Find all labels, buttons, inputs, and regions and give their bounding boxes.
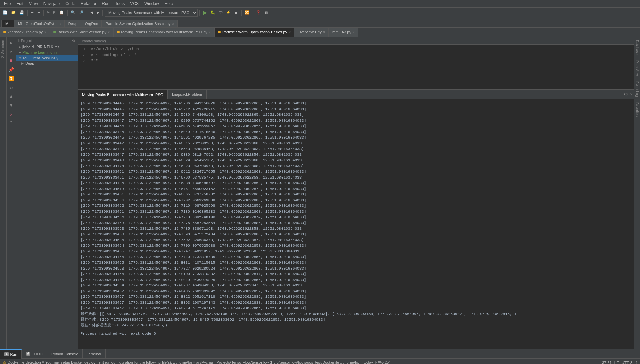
menu-tools[interactable]: Tools: [112, 1, 127, 7]
bottom-tab-terminal[interactable]: Terminal: [83, 349, 106, 359]
menu-refactor[interactable]: Refactor: [78, 1, 99, 7]
debug-button[interactable]: 🐛: [209, 10, 217, 16]
project-tree: 1: Project ⚙ ▶ jieba NLPIR NTLK tes ▶ Ma…: [16, 37, 78, 349]
stop-icon[interactable]: ■: [7, 57, 16, 65]
menu-view[interactable]: View: [26, 1, 41, 7]
statusbar-lf[interactable]: LF: [614, 361, 619, 364]
toolbar-forward[interactable]: ▶: [95, 10, 101, 16]
output-line-34: [269.71733993303457, 1779.3331224564997,…: [81, 289, 631, 294]
rerun-icon[interactable]: ↺: [7, 48, 16, 56]
tree-item-mlintro[interactable]: ▶ Machine Learning in: [16, 50, 78, 55]
toolbar-search2[interactable]: 🔎: [78, 10, 85, 16]
down-icon[interactable]: ▼: [7, 101, 16, 110]
code-line-2: #-*- coding:utf-8 -*-: [91, 52, 631, 59]
tree-label-jieba: jieba NLPIR NTLK tes: [22, 45, 60, 49]
toolbar-save[interactable]: 💾: [18, 10, 26, 16]
breadcrumb: updateParticle(): [81, 39, 108, 43]
toolbar-copy[interactable]: ⎘: [52, 10, 57, 16]
file-tab-moving-peaks-close[interactable]: ×: [209, 30, 211, 34]
menu-vcs[interactable]: VCS: [127, 1, 141, 7]
tree-item-deap[interactable]: ▶ Deap: [16, 61, 78, 66]
run-settings-btn[interactable]: ⚙: [623, 91, 629, 97]
menubar: File Edit View Navigate Code Refactor Ru…: [0, 0, 640, 8]
output-line-31: [269.71733993034456, 1779.3331224564997,…: [81, 271, 631, 277]
file-tab-basics-short-close[interactable]: ×: [108, 30, 110, 34]
run-tab-moving-peaks[interactable]: Moving Peaks Benchmark with Multiswarm P…: [78, 90, 168, 99]
menu-run[interactable]: Run: [99, 1, 112, 7]
toolbar-stop[interactable]: ⏹: [233, 10, 239, 16]
tree-item-jieba[interactable]: ▶ jieba NLPIR NTLK tes: [16, 44, 78, 50]
tab-deap[interactable]: Deap: [65, 20, 81, 27]
run-button[interactable]: ▶: [201, 9, 208, 17]
menu-edit[interactable]: Edit: [13, 1, 26, 7]
statusbar-line-col[interactable]: 37:61: [602, 361, 612, 364]
tab-orgdoc[interactable]: OrgDoc: [81, 20, 102, 27]
file-tab-knapsack-close[interactable]: ×: [44, 30, 46, 34]
output-line-5: [269.71733993034456, 1779.3331224564997,…: [81, 123, 631, 129]
tab-ml[interactable]: ML: [1, 20, 14, 27]
menu-file[interactable]: File: [1, 1, 13, 7]
run-close-btn[interactable]: ×: [629, 91, 634, 97]
run-icon[interactable]: ▶: [7, 39, 16, 47]
menu-navigate[interactable]: Navigate: [41, 1, 62, 7]
file-tab-particle-basics-label: Particle Swarm Optimization Basics.py: [222, 30, 287, 34]
file-tab-overview[interactable]: Overview.1.py ×: [294, 28, 329, 37]
up-icon[interactable]: ▲: [7, 92, 16, 101]
toolbar-undo[interactable]: ↩: [29, 10, 35, 16]
tab-greattoolsonpython[interactable]: ML_GreatToolsOnPython: [14, 20, 65, 27]
question-icon[interactable]: ?: [7, 119, 16, 128]
statusbar-left: ⚠ Dockerfile detection // You may setup …: [3, 360, 390, 364]
bottom-tab-python-console[interactable]: Python Console: [47, 349, 83, 359]
statusbar-indent: 4: [635, 361, 637, 364]
bottom-tab-todo[interactable]: 6 TODO: [22, 349, 47, 359]
file-tab-mmga3-close[interactable]: ×: [353, 30, 355, 34]
toolbar-extra[interactable]: 🖥: [263, 10, 269, 16]
bottom-tab-run[interactable]: 4 Run: [0, 349, 22, 359]
file-tab-particle-basics-close[interactable]: ×: [288, 30, 291, 34]
menu-window[interactable]: Window: [141, 1, 162, 7]
file-tab-mmga3[interactable]: mmGA3.py ×: [329, 28, 358, 37]
tab-deap-label: Deap: [68, 22, 77, 26]
toolbar-vcs[interactable]: 🔀: [243, 10, 251, 16]
file-tab-knapsack[interactable]: knapsackProblem.py ×: [0, 28, 50, 37]
right-tab-favorites[interactable]: Favorites: [634, 100, 640, 119]
statusbar-encoding[interactable]: UTF-8: [622, 361, 632, 364]
pin-icon[interactable]: 📌: [7, 65, 16, 74]
structure-tab-label[interactable]: 2: Structure: [0, 37, 6, 61]
toolbar-help[interactable]: ❓: [255, 10, 262, 16]
toolbar-sep2: [43, 10, 44, 16]
toolbar-redo[interactable]: ↪: [36, 10, 42, 16]
statusbar-warning-text[interactable]: Dockerfile detection // You may setup Do…: [8, 360, 390, 364]
output-line-13: [269.71733993303451, 1779.3331224564997,…: [81, 169, 631, 175]
run-config-dropdown[interactable]: Moving Peaks Benchmark with Multiswarm P…: [105, 9, 198, 17]
menu-code[interactable]: Code: [62, 1, 78, 7]
scroll-end-icon[interactable]: ⏬: [7, 74, 16, 83]
file-tab-overview-close[interactable]: ×: [323, 30, 325, 34]
file-tab-particle-basics[interactable]: Particle Swarm Optimization Basics.py ×: [215, 28, 294, 37]
output-line-27: [269.71733993303455, 1779.3331224564997,…: [81, 249, 631, 254]
right-tab-eventlog[interactable]: Event Log: [634, 79, 640, 100]
toolbar-profile[interactable]: ⚡: [225, 10, 232, 16]
toolbar-cut[interactable]: ✂: [46, 10, 51, 16]
file-tab-basics-short[interactable]: Basics With Short Version.py ×: [50, 28, 114, 37]
console-output[interactable]: [269.71733993034445, 1779.3331224564997,…: [78, 99, 634, 349]
tab-particle-swarm-basics[interactable]: Particle Swarm Optimization Basics.py ×: [102, 20, 178, 27]
toolbar-search1[interactable]: 🔍: [69, 10, 77, 16]
menu-help[interactable]: Help: [162, 1, 176, 7]
toolbar-new[interactable]: 📄: [1, 10, 9, 16]
right-tab-dataview[interactable]: Data View: [634, 58, 640, 79]
run-coverage[interactable]: 🛡: [217, 10, 224, 16]
right-tab-database[interactable]: Database: [634, 37, 640, 58]
tab-particle-swarm-basics-close[interactable]: ×: [172, 22, 174, 26]
toolbar-open[interactable]: 📁: [10, 10, 17, 16]
code-content[interactable]: #!/usr/bin/env python #-*- coding:utf-8 …: [88, 45, 634, 89]
output-line-blank: [81, 328, 631, 331]
filter-icon[interactable]: ✕: [7, 110, 16, 119]
run-tab-knapsack[interactable]: knapsackProblem: [168, 90, 206, 99]
settings-icon[interactable]: ⚙: [7, 83, 16, 92]
toolbar-paste[interactable]: 📋: [58, 10, 66, 16]
tree-item-mlgreat[interactable]: ▼ ML_GreatToolsOnPy: [16, 55, 78, 61]
file-tab-moving-peaks[interactable]: Moving Peaks Benchmark with Multiswarm P…: [114, 28, 215, 37]
project-settings-btn[interactable]: ⚙: [71, 39, 76, 43]
toolbar-back[interactable]: ◀: [89, 10, 95, 16]
